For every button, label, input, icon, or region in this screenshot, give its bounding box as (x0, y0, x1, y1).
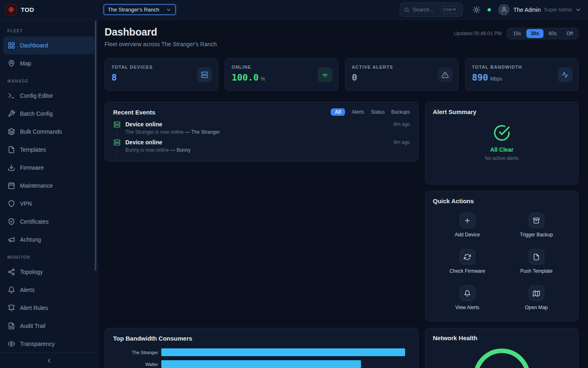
sidebar-item-firmware[interactable]: Firmware (3, 159, 94, 177)
stat-label: TOTAL DEVICES (111, 65, 211, 70)
quick-action-label: Add Device (455, 232, 480, 238)
sidebar-item-topology[interactable]: Topology (3, 263, 94, 281)
bandwidth-bar-row: The Stranger (113, 348, 410, 356)
quick-action-push-template[interactable]: Push Template (502, 249, 571, 274)
quick-action-view-alerts[interactable]: View Alerts (433, 285, 502, 310)
archive-icon (529, 213, 544, 228)
refresh-cw-icon (460, 249, 475, 265)
network-health-title: Network Health (433, 334, 571, 341)
page-title: Dashboard (105, 26, 217, 38)
search-input[interactable]: Search... Cmd+K (400, 2, 463, 17)
sidebar-item-label: Achtung (20, 236, 41, 243)
event-row[interactable]: Device online8m agoThe Stranger is now o… (113, 121, 410, 139)
user-menu-chevron-icon[interactable] (575, 7, 581, 13)
plus-icon (460, 213, 475, 228)
wrench-icon (8, 110, 15, 117)
terminal-icon (8, 92, 15, 99)
quick-actions-card: Quick Actions Add DeviceTrigger BackupCh… (425, 191, 579, 321)
sidebar-item-label: Templates (20, 146, 46, 153)
user-name: The Admin (513, 7, 541, 13)
refresh-option-15s[interactable]: 15s (508, 29, 525, 38)
quick-action-add-device[interactable]: Add Device (433, 213, 502, 238)
stat-value: 8 (111, 72, 211, 83)
sidebar-item-vpn[interactable]: VPN (3, 195, 94, 213)
stat-label: TOTAL BANDWIDTH (472, 65, 572, 70)
file-icon (529, 249, 544, 265)
events-filter-all[interactable]: All (331, 108, 345, 116)
refresh-option-60s[interactable]: 60s (544, 29, 561, 38)
sidebar-item-certificates[interactable]: Certificates (3, 213, 94, 231)
bell-icon (460, 285, 475, 301)
alert-status-text: All Clear (433, 146, 571, 153)
event-time: 8m ago (394, 121, 410, 127)
main-content: Dashboard Fleet overview across The Stra… (98, 20, 588, 368)
sidebar-item-templates[interactable]: Templates (3, 141, 94, 159)
bandwidth-bar (161, 348, 405, 356)
bandwidth-chart: The StrangerWalter (113, 348, 410, 368)
event-row[interactable]: Device online8m agoBunny is now online —… (113, 139, 410, 157)
chevron-left-icon (46, 357, 52, 364)
alert-detail-text: No active alerts (433, 155, 571, 161)
theme-toggle-sun-icon[interactable] (473, 6, 480, 13)
search-icon (404, 7, 410, 13)
layers-icon (8, 128, 15, 135)
avatar[interactable] (498, 4, 510, 16)
recent-events-title: Recent Events (113, 109, 155, 116)
events-filter-alerts[interactable]: Alerts (352, 109, 364, 115)
sidebar-scrollbar[interactable] (95, 20, 96, 271)
sidebar-item-bulk-commands[interactable]: Bulk Commands (3, 123, 94, 141)
sidebar-item-label: Map (20, 60, 31, 67)
sidebar-item-label: Alert Rules (20, 305, 48, 311)
map-icon (529, 285, 544, 301)
sidebar-item-achtung[interactable]: Achtung (3, 231, 94, 249)
sidebar-item-label: Certificates (20, 218, 49, 225)
status-dot (488, 8, 491, 11)
events-filter-backups[interactable]: Backups (391, 109, 410, 115)
activity-icon (558, 67, 572, 82)
timeline-line (117, 130, 117, 139)
nav-section-monitor: MONITOR (3, 249, 94, 263)
quick-action-trigger-backup[interactable]: Trigger Backup (502, 213, 571, 238)
quick-actions-title: Quick Actions (433, 197, 571, 204)
shield-check-icon (8, 218, 15, 225)
topbar: TOD The Stranger's Ranch Search... Cmd+K… (0, 0, 588, 20)
sidebar-item-label: Dashboard (20, 42, 48, 49)
sidebar-item-maintenance[interactable]: Maintenance (3, 177, 94, 195)
sidebar-item-map[interactable]: Map (3, 54, 94, 72)
refresh-option-30s[interactable]: 30s (526, 29, 543, 38)
sidebar-item-audit-trail[interactable]: Audit Trail (3, 317, 94, 335)
stat-value: 100.0% (232, 72, 331, 83)
quick-action-open-map[interactable]: Open Map (502, 285, 571, 310)
brand-name: TOD (21, 6, 34, 13)
sidebar-item-alert-rules[interactable]: Alert Rules (3, 299, 94, 317)
search-placeholder: Search... (412, 7, 434, 13)
stat-value: 0 (352, 72, 452, 83)
sidebar-item-alerts[interactable]: Alerts (3, 281, 94, 299)
sidebar-item-dashboard[interactable]: Dashboard (3, 36, 94, 54)
refresh-option-off[interactable]: Off (562, 29, 577, 38)
events-filter-status[interactable]: Status (371, 109, 385, 115)
refresh-interval-control: 15s30s60sOff (507, 28, 579, 39)
check-circle-icon (493, 124, 510, 141)
sidebar-item-label: Bulk Commands (20, 128, 62, 135)
app-logo-icon (5, 4, 17, 16)
file-text-icon (8, 322, 15, 330)
server-icon (114, 121, 120, 128)
search-shortcut-badge: Cmd+K (440, 6, 459, 13)
sidebar-item-config-editor[interactable]: Config Editor (3, 87, 94, 105)
bandwidth-device-label: Walter (113, 362, 161, 367)
event-description: The Stranger is now online — The Strange… (125, 129, 410, 135)
event-time: 8m ago (394, 139, 410, 145)
fleet-selector[interactable]: The Stranger's Ranch (104, 4, 176, 15)
fleet-selector-value: The Stranger's Ranch (108, 7, 159, 13)
bell-ring-icon (8, 304, 15, 312)
map-pin-icon (8, 60, 15, 67)
sidebar-item-transparency[interactable]: Transparency (3, 335, 94, 352)
sidebar-collapse-button[interactable] (0, 352, 98, 368)
user-role: Super Admin (544, 7, 572, 13)
bandwidth-bar (161, 360, 361, 368)
sidebar-item-batch-config[interactable]: Batch Config (3, 105, 94, 123)
quick-action-check-firmware[interactable]: Check Firmware (433, 249, 502, 274)
alert-summary-card: Alert Summary All Clear No active alerts (425, 102, 579, 184)
stat-card-active-alerts: ACTIVE ALERTS0 (345, 58, 459, 91)
